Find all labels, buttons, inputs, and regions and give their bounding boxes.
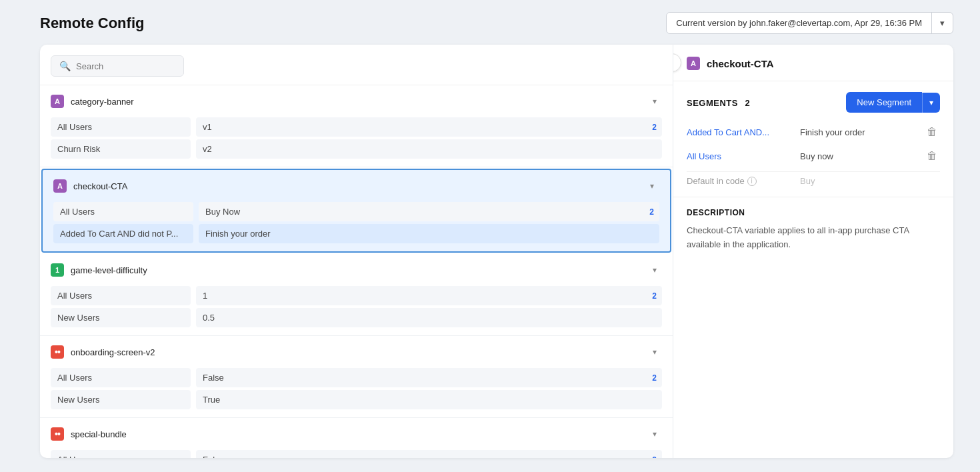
chevron-down-icon[interactable]: ▾ (653, 265, 657, 275)
config-item-special-bundle[interactable]: •• special-bundle ▾ All Users False 2 Ne… (40, 418, 673, 458)
config-segments: All Users False 2 New Users True (40, 368, 673, 417)
search-bar: 🔍 (51, 55, 184, 77)
right-seg-name[interactable]: All Users (687, 151, 793, 161)
segment-row: New Users 0.5 (51, 308, 662, 327)
segment-value: 0.5 (196, 308, 662, 327)
right-seg-value: Finish your order (793, 127, 919, 137)
segment-label: New Users (51, 308, 191, 327)
config-item-onboarding-screen-v2[interactable]: •• onboarding-screen-v2 ▾ All Users Fals… (40, 336, 673, 418)
info-icon: i (747, 177, 757, 186)
config-segments: All Users v1 2 Churn Risk v2 (40, 117, 673, 167)
segment-value: True (196, 390, 662, 409)
segment-label: All Users (51, 450, 191, 458)
config-name: checkout-CTA (73, 181, 650, 191)
segment-row: Added To Cart AND did not P... Finish yo… (53, 224, 659, 243)
config-segments: All Users Buy Now 2 Added To Cart AND di… (43, 202, 670, 251)
config-name: game-level-difficulty (71, 265, 653, 275)
search-input[interactable] (76, 61, 169, 71)
search-bar-wrapper: 🔍 (40, 45, 673, 85)
page-title: Remote Config (40, 15, 144, 32)
config-item-header: •• special-bundle ▾ (40, 418, 673, 450)
segment-value: Finish your order (199, 224, 659, 243)
config-name: category-banner (71, 97, 653, 107)
segments-section-header: SEGMENTS 2 New Segment ▾ (687, 92, 940, 113)
right-panel-segment-entry: Added To Cart AND... Finish your order 🗑 (687, 123, 940, 141)
config-item-header: A category-banner ▾ (40, 85, 673, 117)
default-value: Buy (793, 176, 940, 186)
type-badge: A (53, 179, 67, 193)
new-segment-dropdown-button[interactable]: ▾ (922, 93, 940, 113)
right-seg-value: Buy now (793, 151, 919, 161)
description-text: Checkout-CTA variable applies to all in-… (687, 224, 940, 252)
new-segment-button[interactable]: New Segment (846, 92, 922, 113)
segment-row: Churn Risk v2 (51, 139, 662, 159)
type-badge: 1 (51, 263, 64, 277)
chevron-down-icon[interactable]: ▾ (650, 181, 654, 191)
config-item-category-banner[interactable]: A category-banner ▾ All Users v1 2 Churn… (40, 85, 673, 167)
segment-value: False 2 (196, 450, 662, 458)
segment-count-badge: 2 (652, 455, 657, 459)
collapse-button[interactable]: › (673, 53, 681, 72)
default-row: Default in code i Buy (687, 171, 940, 186)
search-icon: 🔍 (59, 61, 71, 71)
segment-label: All Users (51, 117, 191, 137)
segment-count-badge: 2 (652, 373, 657, 383)
segments-count: 2 (745, 98, 749, 108)
config-item-checkout-CTA[interactable]: A checkout-CTA ▾ All Users Buy Now 2 Add… (41, 169, 671, 253)
right-seg-name[interactable]: Added To Cart AND... (687, 127, 793, 137)
segment-value: v2 (196, 139, 662, 159)
version-selector[interactable]: Current version by john.faker@clevertap.… (666, 12, 953, 34)
segment-value: v1 2 (196, 117, 662, 137)
segments-label: SEGMENTS (687, 98, 738, 108)
config-name: special-bundle (71, 429, 653, 439)
main-container: 🔍 A category-banner ▾ All Users v1 2 Chu… (40, 45, 953, 458)
segment-value: Buy Now 2 (199, 202, 659, 221)
segment-label: New Users (51, 390, 191, 409)
page-header: Remote Config Current version by john.fa… (0, 0, 980, 45)
right-panel-title: checkout-CTA (707, 58, 774, 69)
version-dropdown-arrow[interactable]: ▾ (932, 13, 953, 33)
type-badge: •• (51, 345, 64, 359)
segment-row: All Users False 2 (51, 368, 662, 387)
segment-label: Added To Cart AND did not P... (53, 224, 193, 243)
type-badge: A (51, 95, 64, 108)
config-list: A category-banner ▾ All Users v1 2 Churn… (40, 85, 673, 458)
segment-row: All Users False 2 (51, 450, 662, 458)
config-item-header: A checkout-CTA ▾ (43, 170, 670, 202)
version-label: Current version by john.faker@clevertap.… (667, 13, 932, 33)
segment-label: All Users (53, 202, 193, 221)
segment-label: Churn Risk (51, 139, 191, 159)
new-segment-btn-group: New Segment ▾ (846, 92, 940, 113)
segment-row: All Users v1 2 (51, 117, 662, 137)
chevron-down-icon[interactable]: ▾ (653, 347, 657, 357)
segment-value: False 2 (196, 368, 662, 387)
segment-value: 1 2 (196, 286, 662, 305)
config-segments: All Users 1 2 New Users 0.5 (40, 286, 673, 335)
delete-segment-button[interactable]: 🗑 (924, 147, 940, 165)
config-item-game-level-difficulty[interactable]: 1 game-level-difficulty ▾ All Users 1 2 … (40, 254, 673, 336)
segment-label: All Users (51, 286, 191, 305)
segment-row: All Users 1 2 (51, 286, 662, 305)
config-item-header: 1 game-level-difficulty ▾ (40, 254, 673, 286)
chevron-down-icon[interactable]: ▾ (653, 429, 657, 439)
default-label: Default in code i (687, 176, 793, 186)
segment-row: All Users Buy Now 2 (53, 202, 659, 221)
segment-count-badge: 2 (652, 123, 657, 132)
delete-segment-button[interactable]: 🗑 (924, 123, 940, 141)
segment-label: All Users (51, 368, 191, 387)
right-panel: › A checkout-CTA SEGMENTS 2 New Segment … (673, 45, 953, 458)
right-panel-segment-entry: All Users Buy now 🗑 (687, 147, 940, 165)
chevron-down-icon[interactable]: ▾ (653, 97, 657, 106)
right-panel-header: › A checkout-CTA (673, 45, 953, 81)
config-segments: All Users False 2 New Users True (40, 450, 673, 458)
segment-count-badge: 2 (649, 207, 654, 217)
description-label: DESCRIPTION (687, 208, 940, 217)
segments-label-group: SEGMENTS 2 (687, 97, 750, 109)
left-panel: 🔍 A category-banner ▾ All Users v1 2 Chu… (40, 45, 673, 458)
segment-entries: Added To Cart AND... Finish your order 🗑… (687, 123, 940, 165)
config-item-header: •• onboarding-screen-v2 ▾ (40, 336, 673, 368)
description-section: DESCRIPTION Checkout-CTA variable applie… (673, 197, 953, 263)
segments-section: SEGMENTS 2 New Segment ▾ Added To Cart A… (673, 81, 953, 197)
segment-row: New Users True (51, 390, 662, 409)
right-panel-type-badge: A (687, 57, 700, 70)
